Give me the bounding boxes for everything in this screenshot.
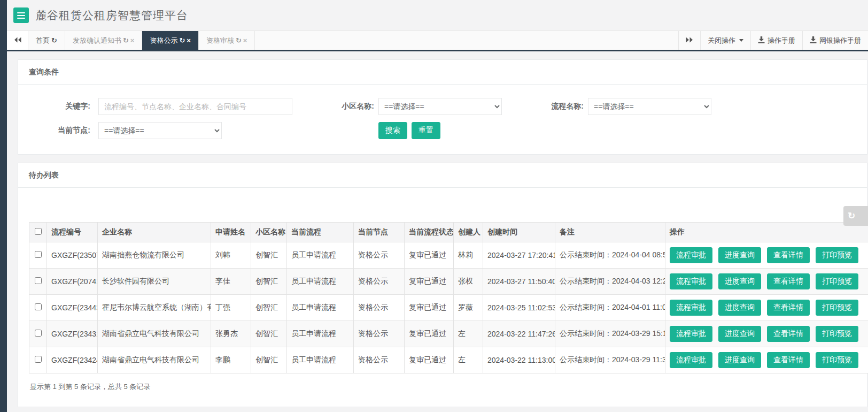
row-checkbox[interactable] bbox=[35, 251, 42, 258]
column-header: 当前流程 bbox=[287, 223, 354, 242]
row-checkbox[interactable] bbox=[35, 356, 42, 363]
app-title: 麓谷租赁公租房智慧管理平台 bbox=[35, 8, 188, 23]
pagination-info: 显示第 1 到第 5 条记录，总共 5 条记录 bbox=[29, 382, 856, 392]
tab-refresh-icon[interactable]: ↻ bbox=[236, 36, 242, 44]
current-node-select[interactable]: ==请选择== bbox=[98, 122, 222, 139]
cell-community: 创智汇 bbox=[251, 347, 287, 373]
tab-home[interactable]: 首页↻ bbox=[28, 31, 65, 50]
cell-remark: 公示结束时间：2024-04-01 11:06:17 bbox=[555, 295, 665, 321]
cell-node: 资格公示 bbox=[354, 269, 405, 295]
cell-code: GXGZF(20741) bbox=[47, 269, 98, 295]
bank-manual-label: 网银操作手册 bbox=[819, 36, 861, 45]
query-panel-title: 查询条件 bbox=[18, 60, 867, 85]
tab-bar: 首页↻发放确认通知书↻×资格公示↻×资格审核↻× 关闭操作 操作手册 bbox=[7, 30, 868, 51]
refresh-icon: ↻ bbox=[848, 211, 855, 221]
column-header: 流程编号 bbox=[47, 223, 98, 242]
print-preview-button[interactable]: 打印预览 bbox=[816, 352, 858, 368]
row-checkbox[interactable] bbox=[35, 303, 42, 310]
cell-status: 复审已通过 bbox=[405, 242, 454, 269]
tab-issue-confirmation-notice[interactable]: 发放确认通知书↻× bbox=[65, 31, 143, 50]
view-details-button[interactable]: 查看详情 bbox=[767, 352, 810, 368]
cell-actions: 流程审批进度查询查看详情打印预览 bbox=[665, 347, 868, 373]
cell-community: 创智汇 bbox=[251, 269, 287, 295]
tab-close-icon[interactable]: × bbox=[243, 36, 247, 44]
tab-label: 发放确认通知书 bbox=[73, 36, 121, 45]
cell-remark: 公示结束时间：2024-04-03 12:23:40 bbox=[555, 269, 665, 295]
cell-applicant: 张勇杰 bbox=[211, 321, 251, 347]
progress-query-button[interactable]: 进度查询 bbox=[718, 326, 761, 342]
cell-process: 员工申请流程 bbox=[287, 321, 354, 347]
tab-label: 首页 bbox=[36, 36, 50, 45]
cell-code: GXGZF(23424) bbox=[47, 347, 98, 373]
tab-qualification-publicity[interactable]: 资格公示↻× bbox=[142, 31, 199, 50]
view-details-button[interactable]: 查看详情 bbox=[767, 326, 810, 342]
cell-created: 2024-03-22 11:47:26 bbox=[483, 321, 555, 347]
process-approval-button[interactable]: 流程审批 bbox=[670, 273, 712, 289]
todo-table: 流程编号企业名称申请姓名小区名称当前流程当前节点当前流程状态创建人创建时间备注操… bbox=[29, 222, 868, 373]
tab-refresh-icon[interactable]: ↻ bbox=[51, 36, 57, 44]
view-details-button[interactable]: 查看详情 bbox=[767, 300, 810, 316]
cell-company: 霍尼韦尔博云航空系统（湖南）有限公司 bbox=[98, 295, 211, 321]
column-header: 当前节点 bbox=[354, 223, 405, 242]
keyword-input[interactable] bbox=[98, 98, 292, 115]
process-approval-button[interactable]: 流程审批 bbox=[670, 300, 712, 316]
cell-node: 资格公示 bbox=[354, 295, 405, 321]
tab-refresh-icon[interactable]: ↻ bbox=[123, 36, 129, 44]
tabs-scroll-right-button[interactable] bbox=[678, 31, 700, 50]
process-approval-button[interactable]: 流程审批 bbox=[670, 247, 712, 263]
column-header: 申请姓名 bbox=[211, 223, 251, 242]
column-header: 企业名称 bbox=[98, 223, 211, 242]
print-preview-button[interactable]: 打印预览 bbox=[816, 273, 858, 289]
print-preview-button[interactable]: 打印预览 bbox=[816, 300, 858, 316]
bank-manual-button[interactable]: 网银操作手册 bbox=[802, 31, 868, 50]
refresh-button[interactable]: ↻ bbox=[843, 206, 868, 226]
tab-refresh-icon[interactable]: ↻ bbox=[179, 36, 185, 44]
tab-label: 资格审核 bbox=[206, 36, 234, 45]
todo-panel-title: 待办列表 bbox=[18, 163, 867, 188]
close-operations-dropdown[interactable]: 关闭操作 bbox=[700, 31, 750, 50]
tab-close-icon[interactable]: × bbox=[130, 36, 135, 44]
page-content: 查询条件 关键字: 小区名称: ==请选择== 流程名称: ==请选择== 当前… bbox=[7, 51, 868, 407]
community-name-label: 小区名称: bbox=[292, 102, 374, 111]
process-approval-button[interactable]: 流程审批 bbox=[670, 352, 712, 368]
progress-query-button[interactable]: 进度查询 bbox=[718, 247, 761, 263]
cell-company: 湖南省鼎立电气科技有限公司 bbox=[98, 321, 211, 347]
open-tabs: 首页↻发放确认通知书↻×资格公示↻×资格审核↻× bbox=[28, 31, 255, 50]
print-preview-button[interactable]: 打印预览 bbox=[816, 326, 858, 342]
tab-close-icon[interactable]: × bbox=[187, 36, 191, 44]
table-toolbar: ↻ bbox=[29, 199, 856, 222]
select-all-checkbox[interactable] bbox=[35, 228, 42, 235]
cell-actions: 流程审批进度查询查看详情打印预览 bbox=[665, 242, 868, 269]
todo-panel-body: ↻ 流程编号企业名称申请姓名小区名称当前流程当前节点当前流程状态创建人创建时间备… bbox=[18, 188, 867, 407]
process-name-select[interactable]: ==请选择== bbox=[588, 98, 711, 115]
progress-query-button[interactable]: 进度查询 bbox=[718, 300, 761, 316]
cell-creator: 罗薇 bbox=[454, 295, 483, 321]
tabs-scroll-left-button[interactable] bbox=[7, 31, 28, 50]
row-checkbox[interactable] bbox=[35, 330, 42, 337]
row-checkbox[interactable] bbox=[35, 277, 42, 284]
cell-company: 湖南拙燕仓物流有限公司 bbox=[98, 242, 211, 269]
community-name-select[interactable]: ==请选择== bbox=[378, 98, 502, 115]
view-details-button[interactable]: 查看详情 bbox=[767, 273, 810, 289]
table-header-row: 流程编号企业名称申请姓名小区名称当前流程当前节点当前流程状态创建人创建时间备注操… bbox=[29, 223, 868, 242]
print-preview-button[interactable]: 打印预览 bbox=[816, 247, 858, 263]
column-header: 创建时间 bbox=[483, 223, 555, 242]
operation-manual-label: 操作手册 bbox=[768, 36, 795, 45]
hamburger-menu-button[interactable] bbox=[13, 7, 29, 23]
reset-button[interactable]: 重置 bbox=[412, 122, 440, 139]
progress-query-button[interactable]: 进度查询 bbox=[718, 352, 761, 368]
tab-qualification-review[interactable]: 资格审核↻× bbox=[199, 31, 255, 50]
cell-status: 复审已通过 bbox=[405, 321, 454, 347]
collapsed-sidebar[interactable] bbox=[0, 0, 7, 412]
view-details-button[interactable]: 查看详情 bbox=[767, 247, 810, 263]
operation-manual-button[interactable]: 操作手册 bbox=[750, 31, 802, 50]
process-approval-button[interactable]: 流程审批 bbox=[670, 326, 712, 342]
search-button[interactable]: 搜索 bbox=[378, 122, 407, 139]
todo-list-panel: 待办列表 ↻ 流程编号企业名称申请姓名小 bbox=[18, 163, 867, 407]
keyword-label: 关键字: bbox=[29, 102, 90, 111]
main-area: 麓谷租赁公租房智慧管理平台 首页↻发放确认通知书↻×资格公示↻×资格审核↻× 关… bbox=[7, 0, 868, 407]
column-header: 备注 bbox=[555, 223, 665, 242]
cell-actions: 流程审批进度查询查看详情打印预览 bbox=[665, 295, 868, 321]
progress-query-button[interactable]: 进度查询 bbox=[718, 273, 761, 289]
cell-process: 员工申请流程 bbox=[287, 242, 354, 269]
